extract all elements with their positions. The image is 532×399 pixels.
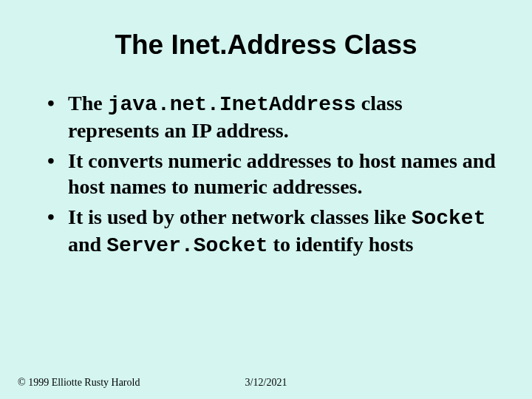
- bullet-text: The: [68, 92, 108, 115]
- code-text: Socket: [412, 207, 486, 230]
- bullet-text: to identify hosts: [268, 233, 414, 256]
- list-item: It converts numeric addresses to host na…: [43, 148, 497, 200]
- code-text: Server.Socket: [106, 234, 267, 257]
- bullet-text: It is used by other network classes like: [68, 205, 412, 228]
- bullet-text: and: [68, 233, 106, 256]
- bullet-text: It converts numeric addresses to host na…: [68, 149, 496, 198]
- list-item: The java.net.InetAddress class represent…: [43, 90, 497, 143]
- slide-title: The Inet.Address Class: [35, 30, 497, 61]
- list-item: It is used by other network classes like…: [43, 204, 497, 259]
- bullet-list: The java.net.InetAddress class represent…: [35, 90, 497, 259]
- slide: The Inet.Address Class The java.net.Inet…: [0, 0, 532, 399]
- code-text: java.net.InetAddress: [108, 93, 356, 116]
- date-text: 3/12/2021: [18, 377, 514, 389]
